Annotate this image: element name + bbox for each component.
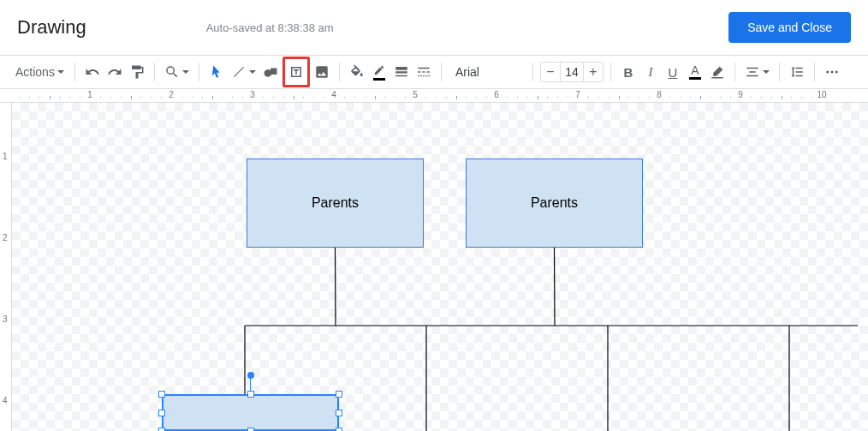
font-size-increase[interactable]: +: [584, 63, 603, 81]
actions-label: Actions: [15, 65, 55, 79]
shape-child-selected[interactable]: [162, 394, 339, 431]
toolbar-separator: [779, 63, 780, 81]
redo-button[interactable]: [104, 60, 125, 84]
resize-handle[interactable]: [247, 391, 254, 398]
border-weight-button[interactable]: [391, 60, 412, 84]
canvas-area: 1 2 3 4 ParentsParents: [0, 103, 868, 431]
resize-handle[interactable]: [247, 428, 254, 431]
underline-button[interactable]: U: [663, 60, 683, 84]
toolbar-separator: [154, 63, 155, 81]
horizontal-ruler: 12345678910: [0, 89, 868, 103]
dialog-title: Drawing: [17, 16, 86, 39]
svg-point-0: [826, 71, 829, 74]
fill-color-button[interactable]: [347, 60, 367, 84]
font-size-input[interactable]: [560, 63, 584, 81]
toolbar-separator: [339, 63, 340, 81]
caret-down-icon: [249, 70, 256, 74]
autosave-status: Auto-saved at 8:38:38 am: [206, 21, 334, 34]
shape-parents-right[interactable]: Parents: [466, 159, 643, 248]
toolbar-separator: [734, 63, 735, 81]
resize-handle[interactable]: [158, 428, 165, 431]
font-size-group: − +: [540, 62, 603, 82]
resize-handle[interactable]: [158, 391, 165, 398]
actions-menu[interactable]: Actions: [9, 60, 68, 84]
undo-button[interactable]: [82, 60, 103, 84]
caret-down-icon: [182, 70, 189, 74]
text-color-swatch: [689, 77, 701, 80]
shape-parents-left[interactable]: Parents: [247, 159, 424, 248]
canvas[interactable]: ParentsParents: [12, 103, 868, 431]
font-family-select[interactable]: Arial: [449, 61, 526, 83]
toolbar-separator: [532, 63, 533, 81]
select-tool[interactable]: [206, 60, 227, 84]
resize-handle[interactable]: [158, 410, 165, 416]
vertical-ruler: 1 2 3 4: [0, 103, 12, 431]
italic-button[interactable]: I: [640, 60, 661, 84]
svg-point-1: [830, 71, 833, 74]
toolbar-separator: [814, 63, 815, 81]
line-spacing-button[interactable]: [787, 60, 807, 84]
zoom-button[interactable]: [162, 60, 192, 84]
caret-down-icon: [57, 70, 64, 74]
more-button[interactable]: [822, 60, 842, 84]
rotation-handle[interactable]: [247, 372, 254, 379]
paint-format-button[interactable]: [127, 60, 147, 84]
toolbar-separator: [74, 63, 75, 81]
border-color-swatch: [373, 78, 385, 81]
bold-button[interactable]: B: [618, 60, 639, 84]
border-color-button[interactable]: [369, 60, 389, 84]
shape-tool[interactable]: [260, 60, 281, 84]
resize-handle[interactable]: [336, 428, 342, 431]
text-color-button[interactable]: A: [685, 60, 705, 84]
caret-down-icon: [763, 70, 770, 74]
svg-point-2: [835, 71, 838, 74]
highlight-color-button[interactable]: [707, 60, 728, 84]
toolbar-separator: [610, 63, 611, 81]
align-button[interactable]: [742, 60, 772, 84]
toolbar-separator: [199, 63, 199, 81]
save-and-close-button[interactable]: Save and Close: [728, 12, 851, 43]
font-size-decrease[interactable]: −: [541, 63, 560, 81]
font-family-value: Arial: [455, 65, 479, 79]
resize-handle[interactable]: [336, 410, 342, 416]
resize-handle[interactable]: [336, 391, 342, 398]
border-dash-button[interactable]: [413, 60, 434, 84]
text-box-tool[interactable]: [286, 60, 306, 84]
line-tool[interactable]: [229, 60, 259, 84]
toolbar: Actions: [0, 55, 868, 89]
toolbar-separator: [441, 63, 442, 81]
image-tool[interactable]: [312, 60, 332, 84]
dialog-header: Drawing Auto-saved at 8:38:38 am Save an…: [0, 0, 868, 55]
highlight-text-box-tool: [282, 57, 310, 87]
